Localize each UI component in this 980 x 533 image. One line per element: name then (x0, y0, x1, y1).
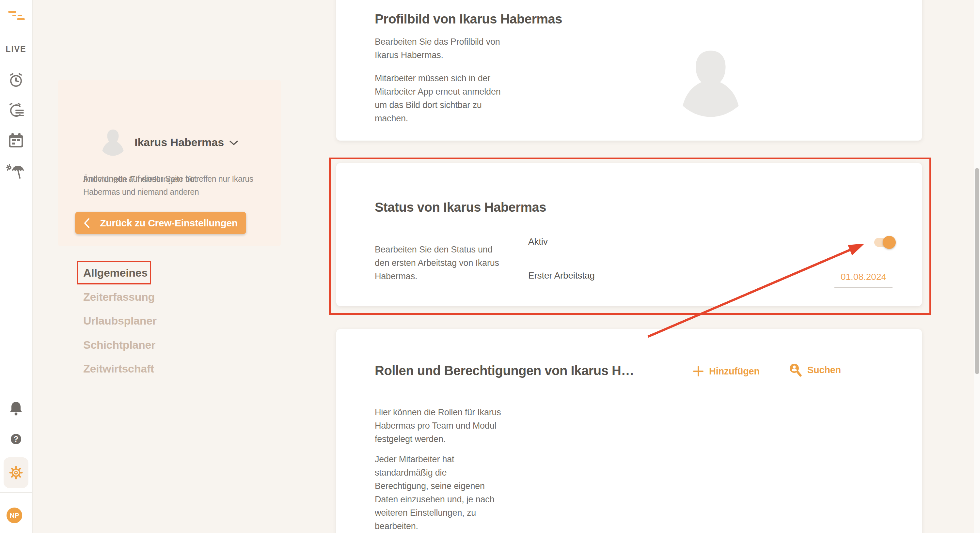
search-role-label: Suchen (807, 365, 841, 376)
status-card-title: Status von Ikarus Habermas (375, 200, 546, 215)
gear-icon (8, 465, 24, 481)
user-avatar-badge[interactable]: NP (6, 508, 22, 523)
search-user-icon (788, 363, 802, 377)
back-button-label: Zurück zu Crew-Einstellungen (100, 217, 238, 228)
panel-note: Änderungen auf dieser Seite betreffen nu… (83, 172, 253, 198)
sidebar-item-absence-calendar[interactable] (0, 132, 32, 149)
profile-avatar-placeholder[interactable] (680, 47, 742, 118)
time-entries-icon (7, 102, 25, 119)
app-root: LIVE (0, 0, 980, 533)
individual-settings-panel: Individuelle Einstellungen für: Ikarus H… (58, 80, 281, 246)
sidebar-item-zeitwirtschaft[interactable]: Zeitwirtschaft (83, 363, 154, 374)
profile-card-paragraph-2: Mitarbeiter müssen sich in der Mitarbeit… (375, 72, 501, 125)
active-toggle[interactable] (874, 238, 895, 247)
active-label: Aktiv (528, 236, 548, 247)
sidebar-item-zeiterfassung[interactable]: Zeiterfassung (83, 291, 155, 303)
bell-icon (8, 401, 24, 416)
scrollbar-thumb[interactable] (975, 168, 979, 374)
small-avatar-placeholder-icon (100, 128, 126, 157)
profile-card-paragraph-1: Bearbeiten Sie das Profilbild von Ikarus… (375, 35, 500, 62)
search-role-button[interactable]: Suchen (788, 363, 841, 377)
profile-card-title: Profilbild von Ikarus Habermas (375, 12, 562, 26)
svg-text:?: ? (14, 435, 18, 443)
add-role-button[interactable]: Hinzufügen (693, 364, 760, 378)
vacation-umbrella-icon (6, 162, 26, 179)
profile-picture-card: Profilbild von Ikarus Habermas Bearbeite… (336, 0, 922, 141)
status-card-description: Bearbeiten Sie den Status und den ersten… (375, 243, 499, 283)
sidebar-item-time-entries[interactable] (0, 102, 32, 119)
selected-user-name: Ikarus Habermas (135, 136, 224, 149)
user-selector[interactable]: Ikarus Habermas (100, 127, 254, 157)
roles-card: Rollen und Berechtigungen von Ikarus H… … (336, 329, 922, 533)
chevron-left-icon (84, 218, 90, 228)
help-icon: ? (9, 432, 23, 446)
roles-card-paragraph-1: Hier können die Rollen für Ikarus Haberm… (375, 406, 501, 446)
settings-button-active[interactable] (3, 457, 29, 488)
roles-card-paragraph-2: Jeder Mitarbeiter hat standardmäßig die … (375, 453, 494, 533)
first-workday-input[interactable]: 01.08.2024 (834, 267, 892, 288)
rail-divider (0, 492, 32, 493)
back-to-crew-settings-button[interactable]: Zurück zu Crew-Einstellungen (75, 212, 246, 234)
live-label: LIVE (0, 44, 32, 54)
active-toggle-knob (883, 236, 896, 249)
alarm-clock-icon (8, 71, 24, 89)
chevron-down-icon (229, 140, 238, 146)
status-card: Status von Ikarus Habermas Bearbeiten Si… (336, 163, 922, 306)
calendar-icon (8, 132, 24, 149)
app-logo[interactable] (0, 8, 32, 24)
sidebar-item-urlaubsplaner[interactable]: Urlaubsplaner (83, 315, 157, 327)
add-role-label: Hinzufügen (709, 366, 760, 377)
help-button[interactable]: ? (0, 432, 32, 446)
sidebar-item-allgemeines[interactable]: Allgemeines (83, 267, 148, 279)
icon-rail: LIVE (0, 0, 33, 533)
notifications-button[interactable] (0, 401, 32, 416)
plus-icon (693, 366, 704, 377)
sidebar-item-vacation-planner[interactable] (0, 162, 32, 179)
crewmeister-dashes-logo (3, 8, 29, 24)
sidebar-item-schichtplaner[interactable]: Schichtplaner (83, 339, 155, 351)
roles-card-title: Rollen und Berechtigungen von Ikarus H… (375, 363, 634, 378)
sidebar-item-time-clock[interactable] (0, 71, 32, 89)
first-workday-label: Erster Arbeitstag (528, 270, 595, 281)
